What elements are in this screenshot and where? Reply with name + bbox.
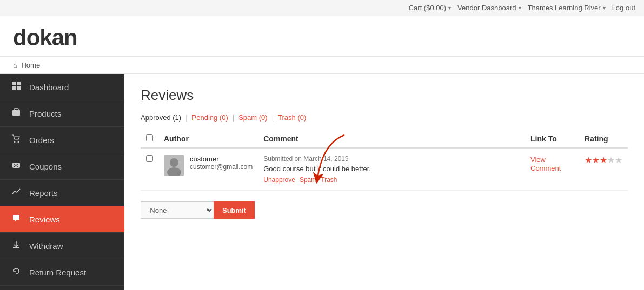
svg-rect-0 <box>12 82 16 85</box>
star-3: ★ <box>600 155 607 165</box>
logo-d: d <box>13 25 26 50</box>
linkto-cell: ViewComment <box>525 148 579 191</box>
page-title: Reviews <box>141 87 628 104</box>
avatar <box>164 155 184 176</box>
filter-tab-separator1: | <box>185 113 187 122</box>
sidebar-item-withdraw-label: Withdraw <box>29 241 63 251</box>
sidebar-item-reports[interactable]: Reports <box>0 180 124 206</box>
comment-cell: Submitted on March 14, 2019 Good course … <box>258 148 525 191</box>
svg-point-9 <box>14 164 15 165</box>
author-email: customer@gmail.com <box>190 163 253 171</box>
sidebar-item-reviews-label: Reviews <box>29 215 60 224</box>
sidebar-item-return-request[interactable]: Return Request <box>0 259 124 286</box>
star-2: ★ <box>592 155 600 165</box>
sidebar-item-reviews[interactable]: Reviews <box>0 206 124 233</box>
col-header-check <box>141 130 158 148</box>
reviews-table: Author Comment Link To Rating <box>141 130 628 191</box>
svg-point-10 <box>17 166 18 167</box>
comment-actions: Unapprove Spam Trash <box>263 176 520 184</box>
filter-tab-trash[interactable]: Trash (0) <box>278 113 306 122</box>
svg-point-7 <box>18 141 19 143</box>
reports-icon <box>11 187 22 198</box>
col-header-author: Author <box>158 130 258 148</box>
return-request-icon <box>11 267 22 278</box>
view-link[interactable]: ViewComment <box>530 156 561 172</box>
trash-link[interactable]: Trash <box>321 176 337 184</box>
top-bar: Cart ($0.00) ▾ Vendor Dashboard ▾ Thames… <box>0 0 644 16</box>
cart-chevron: ▾ <box>448 5 451 11</box>
filter-tab-approved[interactable]: Approved (1) <box>141 113 181 122</box>
select-all-checkbox[interactable] <box>146 134 153 141</box>
sidebar-item-products[interactable]: Products <box>0 100 124 127</box>
sidebar-item-dashboard[interactable]: Dashboard <box>0 74 124 100</box>
star-5: ★ <box>615 155 622 165</box>
user-chevron: ▾ <box>603 5 606 11</box>
user-label: Thames Learning River <box>528 4 601 12</box>
sidebar-item-coupons-label: Coupons <box>29 162 62 171</box>
filter-tabs: Approved (1) | Pending (0) | Spam (0) | … <box>141 113 628 122</box>
withdraw-icon <box>11 240 22 251</box>
home-icon: ⌂ <box>13 61 17 69</box>
table-row: customer customer@gmail.com Submitted on… <box>141 148 628 191</box>
sidebar-item-coupons[interactable]: Coupons <box>0 153 124 180</box>
spam-link[interactable]: Spam <box>300 176 316 184</box>
sidebar-item-products-label: Products <box>29 109 61 118</box>
col-header-rating: Rating <box>579 130 628 148</box>
svg-rect-5 <box>14 109 18 111</box>
author-cell: customer customer@gmail.com <box>158 148 258 191</box>
cart-menu[interactable]: Cart ($0.00) ▾ <box>409 4 451 12</box>
home-link[interactable]: Home <box>21 61 40 69</box>
vendor-label: Vendor Dashboard <box>457 4 516 12</box>
sidebar-item-return-request-label: Return Request <box>29 268 86 277</box>
svg-rect-2 <box>12 86 16 90</box>
products-icon <box>11 108 22 119</box>
star-4: ★ <box>607 155 615 165</box>
sidebar-item-orders-label: Orders <box>29 136 54 145</box>
sidebar-item-orders[interactable]: Orders <box>0 127 124 153</box>
star-rating: ★ ★ ★ ★ ★ <box>585 155 622 165</box>
vendor-chevron: ▾ <box>519 5 521 11</box>
breadcrumb: ⌂ Home <box>0 57 644 74</box>
main-layout: Dashboard Products Orders Coupons <box>0 74 644 290</box>
dashboard-icon <box>11 82 22 92</box>
col-header-comment: Comment <box>258 130 525 148</box>
user-menu[interactable]: Thames Learning River ▾ <box>528 4 606 12</box>
vendor-dashboard-menu[interactable]: Vendor Dashboard ▾ <box>457 4 521 12</box>
logout-button[interactable]: Log out <box>612 4 635 12</box>
sidebar-item-reports-label: Reports <box>29 188 58 198</box>
bulk-submit-button[interactable]: Submit <box>214 201 255 219</box>
logo[interactable]: dokan <box>13 25 631 51</box>
rating-cell: ★ ★ ★ ★ ★ <box>579 148 628 191</box>
col-header-linkto: Link To <box>525 130 579 148</box>
comment-text: Good course but it could be better. <box>263 165 520 173</box>
comment-date: Submitted on March 14, 2019 <box>263 155 520 163</box>
sidebar: Dashboard Products Orders Coupons <box>0 74 124 290</box>
author-name: customer <box>190 155 253 163</box>
coupons-icon <box>11 161 22 172</box>
filter-tab-pending[interactable]: Pending (0) <box>192 113 228 122</box>
author-info: customer customer@gmail.com <box>190 155 253 171</box>
star-1: ★ <box>585 155 592 165</box>
filter-tab-separator3: | <box>272 113 274 122</box>
sidebar-item-withdraw[interactable]: Withdraw <box>0 233 124 259</box>
svg-rect-3 <box>17 86 21 90</box>
sidebar-item-dashboard-label: Dashboard <box>29 83 69 92</box>
site-header: dokan <box>0 16 644 57</box>
svg-point-14 <box>170 158 178 167</box>
orders-icon <box>11 134 22 145</box>
svg-rect-1 <box>17 82 21 85</box>
svg-point-6 <box>14 141 16 143</box>
row-checkbox-cell <box>141 148 158 191</box>
bulk-select-wrapper: -None- Approve Mark as Spam Move to Tras… <box>141 201 214 219</box>
cart-label: Cart ($0.00) <box>409 4 446 12</box>
content-area: Reviews Approved (1) | Pending (0) | Spa… <box>124 74 644 290</box>
filter-tab-spam[interactable]: Spam (0) <box>238 113 267 122</box>
svg-rect-12 <box>13 247 19 248</box>
view-comment-link[interactable]: ViewComment <box>530 155 574 172</box>
bulk-action-select[interactable]: -None- Approve Mark as Spam Move to Tras… <box>141 201 214 219</box>
unapprove-link[interactable]: Unapprove <box>263 176 295 184</box>
filter-tab-separator2: | <box>233 113 234 122</box>
reviews-icon <box>11 214 22 225</box>
bulk-action-bar: -None- Approve Mark as Spam Move to Tras… <box>141 201 628 219</box>
row-checkbox[interactable] <box>146 155 153 162</box>
